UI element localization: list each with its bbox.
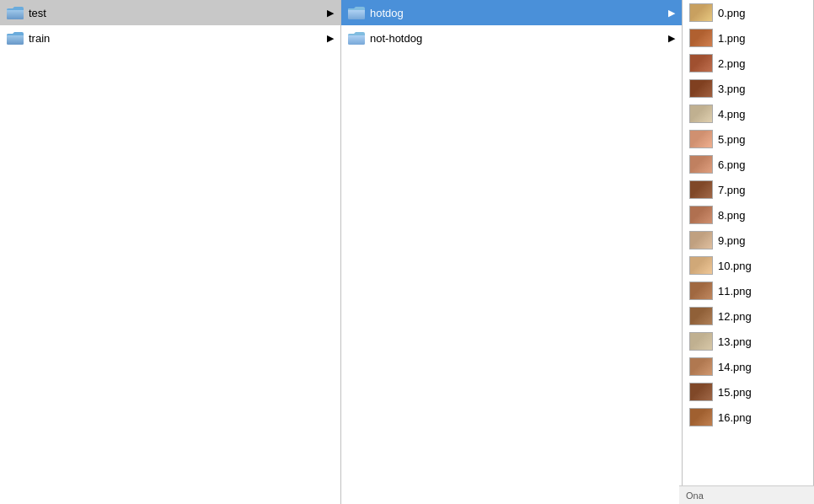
file-item-15[interactable]: 15.png xyxy=(683,379,813,405)
file-thumbnail-8 xyxy=(689,206,713,224)
file-name-4: 4.png xyxy=(718,108,746,121)
folder-arrow-hotdog: ▶ xyxy=(665,8,675,19)
file-thumbnail-16 xyxy=(689,408,713,426)
file-name-15: 15.png xyxy=(718,386,752,399)
file-item-8[interactable]: 8.png xyxy=(683,202,813,228)
file-thumbnail-2 xyxy=(689,54,713,72)
folder-label-not-hotdog: not-hotdog xyxy=(370,32,665,45)
folder-item-not-hotdog[interactable]: not-hotdog ▶ xyxy=(341,25,682,51)
folder-arrow-not-hotdog: ▶ xyxy=(665,33,675,44)
file-name-6: 6.png xyxy=(718,158,746,171)
status-bar: Ona xyxy=(679,485,814,504)
file-thumbnail-5 xyxy=(689,130,713,148)
file-item-16[interactable]: 16.png xyxy=(683,405,813,430)
file-item-0[interactable]: 0.png xyxy=(683,0,813,25)
file-item-3[interactable]: 3.png xyxy=(683,76,813,101)
column-3-files: 0.png1.png2.png3.png4.png5.png6.png7.png… xyxy=(683,0,814,504)
file-item-9[interactable]: 9.png xyxy=(683,228,813,253)
file-item-6[interactable]: 6.png xyxy=(683,152,813,177)
file-name-1: 1.png xyxy=(718,32,746,45)
file-name-8: 8.png xyxy=(718,209,746,222)
file-thumbnail-15 xyxy=(689,383,713,401)
file-name-0: 0.png xyxy=(718,7,746,19)
folder-arrow-test: ▶ xyxy=(324,8,334,19)
file-thumbnail-3 xyxy=(689,79,713,98)
file-item-7[interactable]: 7.png xyxy=(683,177,813,202)
file-name-9: 9.png xyxy=(718,234,746,247)
file-thumbnail-11 xyxy=(689,281,713,300)
file-thumbnail-1 xyxy=(689,29,713,47)
file-name-7: 7.png xyxy=(718,184,746,196)
column-1: test ▶ train ▶ xyxy=(0,0,341,504)
file-name-5: 5.png xyxy=(718,133,746,146)
file-name-3: 3.png xyxy=(718,83,746,95)
file-name-16: 16.png xyxy=(718,411,752,424)
file-name-13: 13.png xyxy=(718,335,752,348)
column-2: hotdog ▶ not-hotdog ▶ xyxy=(341,0,683,504)
file-item-14[interactable]: 14.png xyxy=(683,354,813,379)
file-item-10[interactable]: 10.png xyxy=(683,253,813,278)
file-name-12: 12.png xyxy=(718,310,752,323)
folder-label-hotdog: hotdog xyxy=(370,7,665,19)
file-item-4[interactable]: 4.png xyxy=(683,101,813,126)
folder-icon-not-hotdog xyxy=(348,31,365,45)
folder-item-train[interactable]: train ▶ xyxy=(0,25,340,51)
file-thumbnail-9 xyxy=(689,231,713,249)
folder-label-test: test xyxy=(29,7,324,19)
file-thumbnail-13 xyxy=(689,332,713,351)
file-item-11[interactable]: 11.png xyxy=(683,278,813,303)
folder-item-hotdog[interactable]: hotdog ▶ xyxy=(341,0,682,25)
file-item-1[interactable]: 1.png xyxy=(683,25,813,51)
file-name-10: 10.png xyxy=(718,260,752,272)
file-thumbnail-0 xyxy=(689,3,713,22)
folder-label-train: train xyxy=(29,32,324,45)
folder-icon-hotdog xyxy=(348,6,365,19)
file-thumbnail-7 xyxy=(689,180,713,199)
file-thumbnail-12 xyxy=(689,307,713,325)
file-thumbnail-4 xyxy=(689,105,713,123)
folder-icon-test xyxy=(7,6,24,19)
file-thumbnail-6 xyxy=(689,155,713,174)
file-item-13[interactable]: 13.png xyxy=(683,329,813,354)
file-name-11: 11.png xyxy=(718,285,752,298)
folder-icon-train xyxy=(7,31,24,45)
folder-arrow-train: ▶ xyxy=(324,33,334,44)
folder-item-test[interactable]: test ▶ xyxy=(0,0,340,25)
status-text: Ona xyxy=(686,491,704,501)
file-thumbnail-10 xyxy=(689,256,713,275)
file-name-14: 14.png xyxy=(718,361,752,373)
file-thumbnail-14 xyxy=(689,357,713,376)
file-name-2: 2.png xyxy=(718,57,746,70)
file-item-12[interactable]: 12.png xyxy=(683,303,813,329)
file-item-5[interactable]: 5.png xyxy=(683,126,813,152)
file-item-2[interactable]: 2.png xyxy=(683,51,813,76)
